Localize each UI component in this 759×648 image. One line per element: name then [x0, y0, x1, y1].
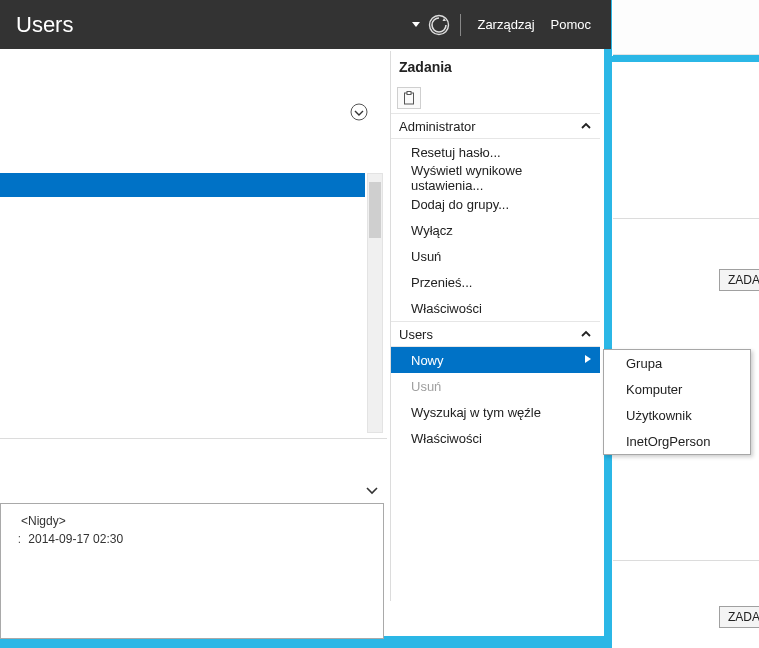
section-label: Users	[399, 327, 433, 342]
task-btn-label: ZADAN	[728, 610, 759, 624]
chevron-up-icon	[580, 120, 592, 132]
detail-panel: <Nigdy> : 2014-09-17 02:30	[0, 503, 384, 639]
task-new[interactable]: Nowy	[391, 347, 600, 373]
detail-timestamp-value: 2014-09-17 02:30	[24, 532, 123, 546]
window-header: Users Zarządzaj Pomoc	[0, 0, 611, 49]
header-dropdown[interactable]	[406, 0, 426, 49]
section-header-users[interactable]: Users	[391, 321, 600, 347]
new-group[interactable]: Grupa	[604, 350, 750, 376]
list-toolbar	[0, 49, 387, 123]
manage-link[interactable]: Zarządzaj	[469, 17, 542, 32]
task-move[interactable]: Przenieś...	[391, 269, 600, 295]
svg-rect-4	[407, 92, 411, 95]
secondary-window: ZADAN ZADAN	[613, 0, 759, 648]
refresh-icon	[428, 14, 450, 36]
task-btn-label: ZADAN	[728, 273, 759, 287]
clipboard-button[interactable]	[397, 87, 421, 109]
secondary-tasks-button-2[interactable]: ZADAN	[719, 606, 759, 628]
main-list-panel: <Nigdy> : 2014-09-17 02:30	[0, 49, 387, 636]
submenu-arrow-icon	[584, 354, 592, 366]
vertical-scrollbar[interactable]	[367, 173, 383, 433]
caret-down-icon	[412, 22, 420, 28]
tasks-title: Zadania	[391, 51, 600, 87]
task-view-resultant-settings[interactable]: Wyświetl wynikowe ustawienia...	[391, 165, 600, 191]
new-computer[interactable]: Komputer	[604, 376, 750, 402]
task-reset-password[interactable]: Resetuj hasło...	[391, 139, 600, 165]
secondary-tasks-button-1[interactable]: ZADAN	[719, 269, 759, 291]
filter-dropdown[interactable]	[350, 103, 368, 121]
scrollbar-thumb[interactable]	[369, 182, 381, 238]
page-title: Users	[5, 12, 406, 38]
task-search-node[interactable]: Wyszukaj w tym węźle	[391, 399, 600, 425]
help-link[interactable]: Pomoc	[543, 17, 599, 32]
chevron-up-icon	[580, 328, 592, 340]
task-add-to-groups[interactable]: Dodaj do grupy...	[391, 191, 600, 217]
task-properties-admin[interactable]: Właściwości	[391, 295, 600, 321]
task-delete-admin[interactable]: Usuń	[391, 243, 600, 269]
clipboard-icon	[403, 91, 415, 105]
selected-row[interactable]	[0, 173, 365, 197]
task-properties-users[interactable]: Właściwości	[391, 425, 600, 451]
section-header-administrator[interactable]: Administrator	[391, 113, 600, 139]
section-label: Administrator	[399, 119, 476, 134]
detail-collapse-toggle[interactable]	[0, 481, 384, 499]
new-inetorgperson[interactable]: InetOrgPerson	[604, 428, 750, 454]
task-delete-users: Usuń	[391, 373, 600, 399]
svg-point-1	[351, 104, 367, 120]
detail-never-value: <Nigdy>	[21, 514, 66, 528]
chevron-down-circle-icon	[350, 103, 368, 121]
list-area[interactable]	[0, 173, 387, 439]
refresh-button[interactable]	[426, 12, 452, 38]
new-submenu: Grupa Komputer Użytkownik InetOrgPerson	[603, 349, 751, 455]
tasks-panel: Zadania Administrator Resetuj hasło... W…	[390, 51, 600, 601]
task-disable[interactable]: Wyłącz	[391, 217, 600, 243]
new-user[interactable]: Użytkownik	[604, 402, 750, 428]
chevron-down-icon	[364, 482, 380, 498]
